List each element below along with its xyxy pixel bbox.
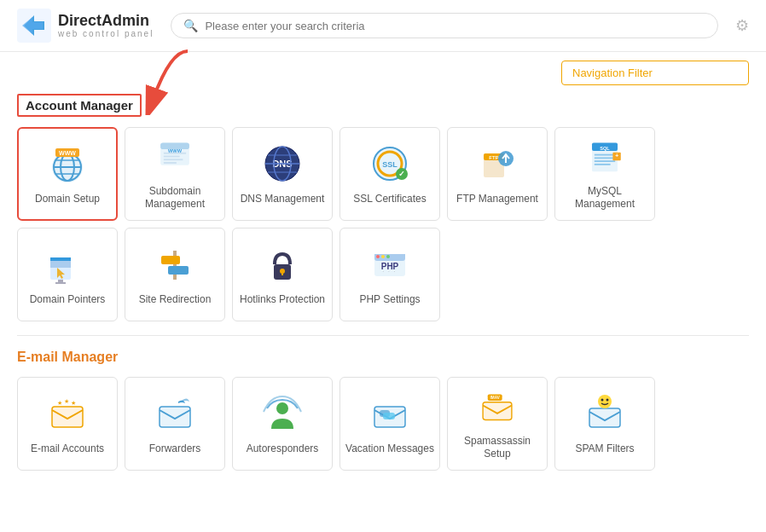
svg-point-85 [606, 399, 609, 402]
subdomain-management-icon: WWW [153, 136, 197, 178]
svg-rect-76 [383, 413, 395, 419]
svg-text:SQL: SQL [600, 146, 610, 151]
svg-rect-77 [483, 402, 512, 420]
spam-filters-label: SPAM Filters [575, 442, 634, 456]
svg-rect-49 [173, 251, 177, 280]
domain-pointers-label: Domain Pointers [30, 293, 106, 307]
email-accounts-card[interactable]: ★ ★ ★ E-mail Accounts [17, 377, 118, 471]
forwarders-card[interactable]: Forwarders [125, 377, 225, 471]
svg-rect-16 [164, 156, 180, 158]
site-redirection-label: Site Redirection [139, 293, 212, 307]
spamassassin-setup-label: Spamassassin Setup [453, 435, 542, 461]
svg-text:FTP: FTP [489, 155, 498, 160]
svg-text:★: ★ [71, 400, 76, 406]
spam-filters-icon [583, 391, 627, 436]
gear-icon[interactable]: ⚙ [735, 16, 749, 35]
email-accounts-label: E-mail Accounts [31, 442, 104, 456]
php-settings-icon: PHP · · · [368, 242, 412, 286]
svg-marker-51 [180, 256, 185, 260]
ssl-certificates-card[interactable]: SSL ✓ SSL Certificates [339, 127, 440, 221]
site-redirection-card[interactable]: Site Redirection [125, 228, 225, 321]
domain-setup-icon: WWW [45, 142, 90, 186]
svg-point-72 [276, 402, 288, 414]
svg-rect-48 [55, 282, 66, 284]
svg-rect-40 [595, 160, 615, 162]
hotlinks-protection-icon [260, 242, 305, 286]
logo-title: DirectAdmin [58, 13, 154, 30]
logo-icon [17, 9, 51, 43]
spamassassin-setup-card[interactable]: IMAV Spamassassin Setup [447, 377, 548, 471]
subdomain-management-label: Subdomain Management [131, 185, 219, 211]
domain-pointers-card[interactable]: Domain Pointers [17, 228, 118, 321]
search-icon: 🔍 [183, 19, 198, 32]
dns-management-icon: DNS [260, 142, 305, 186]
svg-text:✓: ✓ [398, 170, 405, 178]
svg-text:★: ★ [57, 400, 62, 406]
ftp-management-icon: FTP [475, 142, 519, 186]
svg-point-60 [376, 255, 380, 258]
svg-text:SSL: SSL [382, 160, 398, 169]
vacation-messages-icon [368, 391, 412, 436]
section-divider-1 [17, 335, 749, 336]
svg-text:+: + [615, 153, 618, 159]
email-manager-grid: ★ ★ ★ E-mail Accounts Forwarders [17, 377, 749, 471]
ssl-certificates-icon: SSL ✓ [368, 142, 412, 186]
svg-rect-17 [164, 159, 183, 160]
email-manager-title: E-mail Manager [17, 350, 749, 365]
svg-text:· · ·: · · · [383, 269, 398, 274]
subdomain-management-card[interactable]: WWW Subdomain Management [125, 127, 225, 221]
logo-subtitle: web control panel [58, 29, 154, 38]
ftp-management-card[interactable]: FTP FTP Management [447, 127, 548, 221]
ssl-certificates-label: SSL Certificates [353, 193, 427, 206]
svg-text:IMAV: IMAV [490, 396, 500, 400]
svg-rect-52 [168, 266, 189, 275]
hotlinks-protection-card[interactable]: Hotlinks Protection [232, 228, 333, 321]
domain-setup-card[interactable]: WWW Domain Setup [17, 127, 118, 221]
svg-rect-41 [595, 164, 611, 165]
forwarders-label: Forwarders [149, 442, 201, 456]
nav-filter-input[interactable] [561, 61, 749, 85]
svg-marker-53 [163, 266, 168, 270]
svg-rect-46 [50, 257, 71, 261]
php-settings-card[interactable]: PHP · · · PHP Settings [339, 228, 440, 321]
svg-rect-81 [589, 408, 620, 427]
spamassassin-setup-icon: IMAV [475, 386, 519, 428]
site-redirection-icon [153, 242, 197, 286]
account-manager-grid: WWW Domain Setup WWW Subdomain Managemen… [17, 127, 749, 321]
svg-rect-39 [595, 157, 615, 159]
php-settings-label: PHP Settings [359, 293, 420, 307]
account-manager-row: Account Manager [17, 94, 749, 117]
vacation-messages-card[interactable]: Vacation Messages [339, 377, 440, 471]
svg-rect-15 [164, 153, 186, 154]
svg-text:★: ★ [64, 398, 69, 404]
svg-rect-56 [281, 271, 283, 275]
search-input[interactable] [205, 20, 705, 32]
autoresponders-icon [260, 391, 305, 436]
search-bar[interactable]: 🔍 [171, 13, 718, 38]
vacation-messages-label: Vacation Messages [345, 442, 434, 456]
svg-point-83 [598, 395, 612, 408]
mysql-management-icon: SQL + [583, 136, 627, 178]
svg-rect-38 [595, 154, 615, 156]
header: DirectAdmin web control panel 🔍 ⚙ [0, 0, 766, 52]
autoresponders-label: Autoresponders [247, 442, 319, 456]
forwarders-icon [153, 391, 197, 436]
domain-setup-label: Domain Setup [35, 193, 100, 206]
red-arrow [119, 47, 205, 115]
dns-management-card[interactable]: DNS DNS Management [232, 127, 333, 221]
ftp-management-label: FTP Management [456, 193, 538, 206]
spam-filters-card[interactable]: SPAM Filters [554, 377, 655, 471]
mysql-management-label: MySQL Management [560, 185, 649, 211]
dns-management-label: DNS Management [241, 193, 325, 206]
logo-text-area: DirectAdmin web control panel [58, 13, 154, 39]
svg-point-84 [601, 399, 604, 402]
svg-rect-70 [160, 407, 190, 427]
svg-point-61 [381, 255, 385, 258]
main-content: Account Manager [0, 52, 766, 498]
svg-point-62 [386, 255, 390, 258]
autoresponders-card[interactable]: Autoresponders [232, 377, 333, 471]
svg-text:WWW: WWW [59, 150, 76, 156]
domain-pointers-icon [45, 242, 90, 286]
mysql-management-card[interactable]: SQL + MySQL Management [554, 127, 655, 221]
email-accounts-icon: ★ ★ ★ [45, 391, 90, 436]
